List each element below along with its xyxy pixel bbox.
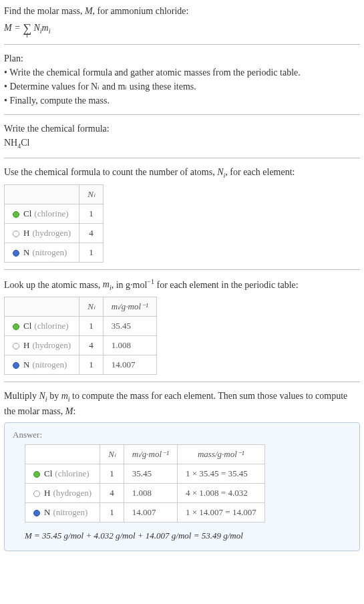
sigma-icon: ∑i (23, 19, 31, 37)
t: Use the chemical formula to count the nu… (4, 167, 217, 177)
el-name: (chlorine) (55, 468, 89, 478)
t: Look up the atomic mass, (4, 279, 103, 289)
element-swatch-icon (33, 471, 40, 478)
t: , for each element: (225, 167, 295, 177)
el-sym: N (23, 247, 29, 257)
cell-mi: 14.007 (103, 355, 156, 375)
element-swatch-icon (33, 510, 40, 516)
molar-mass-equation: M = ∑i Nimi (4, 19, 360, 37)
cell-mi: 35.45 (124, 464, 177, 483)
compute-step: Multiply Ni by mi to compute the mass fo… (4, 389, 360, 551)
cell-mi: 14.007 (124, 502, 177, 522)
table-row: H(hydrogen) 4 1.008 4 × 1.008 = 4.032 (25, 483, 265, 502)
element-cell: H(hydrogen) (5, 336, 79, 355)
element-cell: Cl(chlorine) (5, 317, 79, 336)
eq-eq: = (12, 23, 23, 33)
el-name: (chlorine) (34, 321, 68, 331)
element-swatch-icon (13, 323, 19, 330)
el-name: (hydrogen) (32, 340, 71, 350)
cell-mass: 1 × 35.45 = 35.45 (177, 464, 264, 483)
table-row: N(nitrogen) 1 (5, 243, 104, 262)
el-name: (nitrogen) (32, 247, 67, 257)
mass-step: Look up the atomic mass, mi, in g·mol−1 … (4, 277, 360, 375)
divider (4, 382, 360, 382)
element-cell: N(nitrogen) (5, 355, 79, 375)
table-row: N(nitrogen) 1 14.007 1 × 14.007 = 14.007 (25, 502, 265, 522)
header-Ni: Nᵢ (79, 297, 104, 317)
chemical-formula: NH4Cl (4, 136, 360, 151)
cell-Ni: 4 (100, 483, 124, 502)
t: , for ammonium chloride: (93, 6, 189, 16)
eq-N: N (33, 23, 39, 33)
header-mi: mᵢ/g·mol⁻¹ (124, 444, 177, 464)
count-text: Use the chemical formula to count the nu… (4, 165, 360, 180)
mass-text: Look up the atomic mass, mi, in g·mol−1 … (4, 277, 360, 293)
el-name: (nitrogen) (53, 507, 87, 517)
cell-mi: 35.45 (103, 317, 156, 336)
table-row: Cl(chlorine) 1 (5, 204, 104, 223)
table-row: N(nitrogen) 1 14.007 (5, 355, 157, 375)
chem-cl: Cl (21, 138, 29, 148)
plan-heading: Plan: (4, 51, 360, 65)
cell-Ni: 4 (79, 223, 104, 243)
exp: −1 (147, 278, 154, 285)
table-row: H(hydrogen) 4 1.008 (5, 336, 157, 355)
table-row: Cl(chlorine) 1 35.45 1 × 35.45 = 35.45 (25, 464, 265, 483)
el-sym: Cl (44, 468, 52, 478)
header-Ni: Nᵢ (79, 184, 104, 204)
el-sym: N (44, 507, 50, 517)
cell-Ni: 1 (79, 355, 104, 375)
intro-line: Find the molar mass, M, for ammonium chl… (4, 6, 188, 16)
cell-Ni: 1 (100, 502, 124, 522)
divider (4, 158, 360, 158)
t: Find the molar mass, (4, 6, 85, 16)
element-cell: H(hydrogen) (5, 223, 79, 243)
count-step: Use the chemical formula to count the nu… (4, 165, 360, 263)
divider (4, 114, 360, 115)
t: , in g·mol (112, 279, 148, 289)
el-sym: N (23, 359, 29, 369)
header-mi: mᵢ/g·mol⁻¹ (103, 297, 156, 317)
table-header-row: Nᵢ mᵢ/g·mol⁻¹ (5, 297, 157, 317)
intro-M: M (85, 6, 93, 16)
el-name: (nitrogen) (32, 359, 67, 369)
eq-m: m (42, 23, 49, 33)
sum-index: i (26, 30, 28, 40)
element-cell: Cl(chlorine) (25, 464, 100, 483)
element-swatch-icon (13, 362, 19, 369)
element-cell: Cl(chlorine) (5, 204, 79, 223)
formula-heading: Write the chemical formula: (4, 122, 360, 136)
t: for each element in the periodic table: (154, 279, 299, 289)
plan: Plan: Write the chemical formula and gat… (4, 51, 360, 108)
M: M (65, 406, 73, 416)
el-name: (hydrogen) (53, 488, 92, 498)
Ni: Ni (217, 167, 225, 177)
cell-mass: 1 × 14.007 = 14.007 (177, 502, 264, 522)
formula-step: Write the chemical formula: NH4Cl (4, 122, 360, 151)
compute-text: Multiply Ni by mi to compute the mass fo… (4, 389, 360, 418)
el-name: (hydrogen) (32, 228, 71, 238)
eq-i2: i (49, 27, 51, 35)
blank-header (5, 184, 79, 204)
plan-item: Finally, compute the mass. (4, 94, 360, 108)
element-swatch-icon (33, 490, 40, 497)
answer-table: Nᵢ mᵢ/g·mol⁻¹ mass/g·mol⁻¹ Cl(chlorine) … (25, 444, 265, 522)
answer-box: Answer: Nᵢ mᵢ/g·mol⁻¹ mass/g·mol⁻¹ Cl(ch… (4, 422, 360, 551)
table-row: Cl(chlorine) 1 35.45 (5, 317, 157, 336)
cell-Ni: 1 (79, 317, 104, 336)
Ni: Ni (39, 391, 47, 401)
cell-Ni: 1 (79, 204, 104, 223)
element-swatch-icon (13, 343, 19, 349)
el-sym: Cl (23, 321, 31, 331)
element-swatch-icon (13, 250, 19, 257)
counts-table: Nᵢ Cl(chlorine) 1 H(hydrogen) 4 N(nitrog… (4, 184, 104, 263)
element-cell: N(nitrogen) (25, 502, 100, 522)
header-mass: mass/g·mol⁻¹ (177, 444, 264, 464)
table-row: H(hydrogen) 4 (5, 223, 104, 243)
table-header-row: Nᵢ mᵢ/g·mol⁻¹ mass/g·mol⁻¹ (25, 444, 265, 464)
el-sym: H (44, 488, 50, 498)
el-name: (chlorine) (34, 208, 68, 218)
element-swatch-icon (13, 231, 19, 237)
cell-Ni: 1 (79, 243, 104, 262)
t: : (73, 406, 75, 416)
